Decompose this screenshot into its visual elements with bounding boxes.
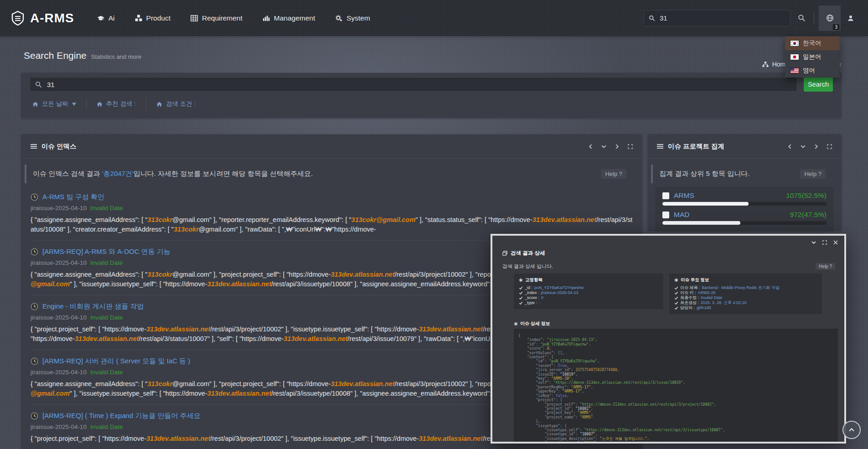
panel-control-3[interactable] <box>615 144 620 149</box>
detail-field-row: _type : - <box>519 300 658 305</box>
check-icon <box>674 296 678 300</box>
scroll-top-button[interactable] <box>842 421 861 439</box>
nav-item-label: Management <box>274 14 315 22</box>
issue-item-date-status: Invalid Date <box>90 205 123 212</box>
issue-item-source: jiraissue-2025-04-10 <box>31 314 87 321</box>
panel-control-3[interactable] <box>814 144 819 149</box>
search-term-highlight: 313dev.atlassian.net <box>207 280 271 288</box>
issue-item-link[interactable]: [ARMS-REQ] 서버 관리 ( Server 모듈 및 IaC 등 ) <box>42 357 190 366</box>
check-icon <box>519 296 523 300</box>
navbar: A-RMS AiProductRequirementManagementSyst… <box>0 0 868 36</box>
user-icon <box>847 15 854 22</box>
panel-control-4[interactable] <box>827 144 832 149</box>
nav-item-ai[interactable]: Ai <box>97 14 115 22</box>
fixed-fields-title: 고정항목 <box>519 277 658 283</box>
modal-control-3[interactable] <box>833 240 838 245</box>
search-term-highlight: 313dev.atlassian.net <box>419 435 483 442</box>
detail-field-value: 0 <box>541 295 543 300</box>
language-button[interactable]: 3 <box>819 5 841 31</box>
modal-control-2[interactable] <box>822 240 827 245</box>
json-line: "project_key": "ARMS", <box>518 411 833 415</box>
search-term-highlight: 313dev.atlassian.net <box>419 325 483 333</box>
agg-value: 1075(52.5%) <box>786 191 827 200</box>
flag-jp-icon <box>790 54 799 60</box>
help-button[interactable]: Help ? <box>601 169 626 179</box>
agg-progress-track <box>662 221 827 225</box>
issue-index-summary: 이슈 인덱스 검색 결과 '총2047건'입니다. 자세한 정보를 보시려면 해… <box>25 165 633 183</box>
language-option-japanese[interactable]: 일본어 <box>785 50 840 64</box>
clock-icon <box>31 357 38 365</box>
language-option-label: 일본어 <box>803 53 822 61</box>
issue-index-controls <box>588 144 633 149</box>
close-icon <box>833 240 838 245</box>
detail-field-value: - <box>539 300 540 305</box>
app-title: A-RMS <box>30 11 74 26</box>
search-icon <box>649 15 655 21</box>
help-button[interactable]: Help ? <box>800 169 826 179</box>
search-term-highlight: 313cokr <box>174 226 199 233</box>
agg-row: MAD972(47.5%) <box>662 211 827 219</box>
page-title: Search Engine <box>24 50 87 61</box>
modal-control-1[interactable] <box>811 240 816 245</box>
nav-item-management[interactable]: Management <box>263 14 315 22</box>
issue-item-link[interactable]: [ARMS-REQ] A-RMS 와 A-DOC 연동 기능 <box>42 248 170 256</box>
issue-item-date-status: Invalid Date <box>90 369 123 376</box>
agg-label[interactable]: MAD <box>674 211 689 219</box>
panel-control-4[interactable] <box>628 144 633 149</box>
language-option-korean[interactable]: 한국어 <box>785 36 840 50</box>
panel-control-2[interactable] <box>801 144 806 149</box>
filter-all-dates[interactable]: 모든 날짜 <box>30 100 86 108</box>
issue-item-date-status: Invalid Date <box>90 423 123 430</box>
language-option-english[interactable]: 영어 <box>785 64 840 77</box>
fixed-fields-box: 고정항목 _id : puN_YZYBaKa7OYiqwshw_index : … <box>514 274 663 309</box>
modal-controls <box>811 240 838 245</box>
detail-field-value: ARMS-20 <box>698 290 716 295</box>
language-option-label: 한국어 <box>803 39 822 47</box>
check-icon <box>674 301 678 305</box>
nav-item-requirement[interactable]: Requirement <box>191 14 243 22</box>
home-icon <box>156 101 162 107</box>
panel-control-1[interactable] <box>787 144 792 149</box>
search-button[interactable]: Search <box>804 77 833 92</box>
issue-item-snippet: { "assignee.assignee_emailAddress": [ "3… <box>31 215 633 234</box>
json-line: "project": { <box>518 398 833 402</box>
nav-item-system[interactable]: System <box>335 14 370 22</box>
agg-checkbox[interactable] <box>662 192 669 199</box>
panel-control-2[interactable] <box>601 144 606 149</box>
json-line: "recent": true, <box>518 364 833 368</box>
filter-suggested[interactable]: 추천 검색 : <box>87 100 146 108</box>
search-input-wrap <box>30 77 797 92</box>
nav-item-label: System <box>346 14 370 22</box>
search-input[interactable] <box>46 80 792 89</box>
detail-field-row: 담당자 : gkfn185 <box>674 305 817 310</box>
user-button[interactable] <box>841 5 861 31</box>
bar-chart-icon <box>263 15 270 22</box>
language-badge: 3 <box>833 24 839 30</box>
search-icon[interactable] <box>798 14 806 22</box>
search-term-highlight: 313dev.atlassian.net <box>146 435 210 442</box>
agg-value: 972(47.5%) <box>790 211 827 219</box>
issue-item-link[interactable]: [ARMS-REQ] ( Time ) Expand 기능을 만들어 주세요 <box>42 412 201 420</box>
issue-item-link[interactable]: Engine - 비회원 게시판 샘플 작업 <box>42 302 144 311</box>
nav-item-label: Requirement <box>202 14 243 22</box>
issue-main-info-rows: 이슈 제목 : Backend - Middle Proxy Redis 초기화… <box>674 285 817 310</box>
project-agg-summary-text: 집계 결과 상위 5 항목 입니다. <box>659 170 749 178</box>
agg-label[interactable]: ARMS <box>674 191 694 200</box>
json-line: "issuetype_self": "https://dmove-313dev.… <box>518 428 833 432</box>
issue-item-link[interactable]: A-RMS 팀 구성 확인 <box>42 193 104 201</box>
nav-search-input[interactable] <box>659 14 785 22</box>
nav-item-product[interactable]: Product <box>135 14 170 22</box>
filter-conditions[interactable]: 검색 조건 : <box>146 100 206 108</box>
app-logo[interactable]: A-RMS <box>10 10 74 26</box>
chevron-down-icon <box>811 240 816 245</box>
panel-control-1[interactable] <box>588 144 593 149</box>
project-agg-controls <box>787 144 832 149</box>
detail-field-value: puN_YZYBaKa7OYiqwshw <box>534 285 584 290</box>
help-button[interactable]: Help ? <box>816 263 835 270</box>
chevron-right-icon <box>814 144 819 149</box>
agg-checkbox[interactable] <box>662 212 669 218</box>
globe-icon <box>826 14 834 22</box>
search-panel: Search 모든 날짜추천 검색 :검색 조건 : <box>21 73 841 118</box>
detail-field-row: _index : jiraissue-2025-04-23 <box>519 290 658 295</box>
check-icon <box>674 306 678 310</box>
